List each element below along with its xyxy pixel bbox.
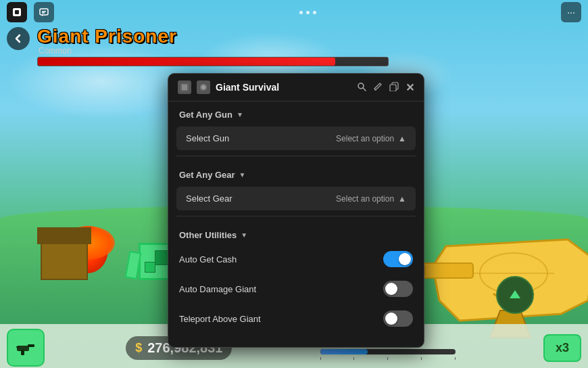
- svg-rect-21: [28, 344, 34, 347]
- select-gear-option: Select an option ▲: [336, 194, 406, 204]
- modal-logo: [178, 80, 191, 94]
- teleport-above-giant-label: Teleport Above Giant: [179, 314, 261, 324]
- select-gun-option-label: Select an option: [336, 134, 394, 143]
- wooden-structure: [41, 239, 88, 280]
- teleport-above-giant-knob: [385, 313, 397, 325]
- svg-rect-19: [390, 85, 396, 91]
- select-gear-placeholder: Select Gear: [186, 193, 232, 204]
- svg-rect-12: [182, 85, 187, 90]
- up-arrow-button[interactable]: [496, 276, 534, 314]
- select-gear-chevron-up: ▲: [398, 194, 406, 204]
- svg-line-16: [363, 88, 366, 91]
- xp-bar: [320, 349, 456, 354]
- currency-icon: $: [135, 341, 142, 355]
- three-dots-icon: ···: [567, 7, 575, 18]
- get-any-gun-label: Get Any Gun: [179, 110, 232, 120]
- select-gun-dropdown[interactable]: Select Gun Select an option ▲: [176, 127, 416, 150]
- divider-1: [176, 156, 416, 156]
- modal-panel: Giant Survival ✕: [168, 73, 424, 348]
- edit-button[interactable]: [373, 82, 383, 93]
- auto-damage-giant-toggle[interactable]: [383, 281, 413, 297]
- boss-rarity: Common: [39, 46, 520, 55]
- section-other-utilities[interactable]: Other Utilities ▼: [168, 222, 424, 244]
- multiplier-badge[interactable]: x3: [543, 334, 581, 362]
- section-get-any-gun[interactable]: Get Any Gun ▼: [168, 101, 424, 124]
- select-gear-option-label: Select an option: [336, 194, 394, 204]
- close-button[interactable]: ✕: [406, 81, 414, 94]
- other-utilities-chevron: ▼: [241, 231, 247, 239]
- divider-2: [176, 216, 416, 216]
- get-any-gun-chevron: ▼: [237, 111, 243, 118]
- teleport-above-giant-row: Teleport Above Giant: [168, 304, 424, 334]
- auto-get-cash-toggle[interactable]: [383, 251, 413, 267]
- chat-icon[interactable]: [34, 2, 54, 22]
- back-button[interactable]: [7, 27, 30, 50]
- modal-title: Giant Survival: [216, 82, 279, 93]
- auto-get-cash-knob: [399, 253, 411, 265]
- svg-rect-7: [15, 10, 19, 14]
- section-get-any-gear[interactable]: Get Any Gear ▼: [168, 162, 424, 184]
- modal-icons: ✕: [357, 81, 414, 94]
- boss-info: Giant Prisoner Common: [37, 26, 520, 66]
- select-gun-placeholder: Select Gun: [186, 133, 229, 143]
- xp-tick: [387, 357, 388, 360]
- auto-get-cash-row: Auto Get Cash: [168, 244, 424, 274]
- auto-damage-giant-knob: [385, 283, 397, 295]
- top-icons-left: [7, 2, 54, 22]
- select-gun-chevron-up: ▲: [398, 134, 406, 143]
- other-utilities-label: Other Utilities: [179, 230, 237, 240]
- xp-tick: [455, 357, 456, 360]
- svg-rect-23: [16, 346, 20, 348]
- top-right-menu[interactable]: ···: [561, 2, 581, 22]
- get-any-gear-label: Get Any Gear: [179, 170, 235, 180]
- xp-tick: [353, 357, 354, 360]
- search-button[interactable]: [357, 82, 366, 93]
- svg-rect-22: [21, 350, 24, 355]
- select-gear-dropdown[interactable]: Select Gear Select an option ▲: [176, 187, 416, 210]
- roblox-icon[interactable]: [7, 2, 27, 22]
- xp-fill: [320, 349, 368, 354]
- health-bar: [37, 57, 389, 66]
- svg-rect-1: [419, 263, 473, 278]
- gun-display: [406, 206, 588, 341]
- xp-tick: [421, 357, 422, 360]
- svg-point-14: [201, 85, 205, 89]
- top-center-dots[interactable]: [299, 11, 316, 14]
- auto-get-cash-label: Auto Get Cash: [179, 254, 237, 264]
- select-gun-option: Select an option ▲: [336, 134, 406, 143]
- get-any-gear-chevron: ▼: [239, 171, 246, 179]
- teleport-above-giant-toggle[interactable]: [383, 310, 413, 327]
- health-bar-fill: [38, 58, 335, 66]
- weapon-slot[interactable]: [7, 329, 45, 367]
- xp-ticks: [320, 356, 456, 360]
- copy-button[interactable]: [389, 82, 399, 93]
- modal-title-area: Giant Survival: [178, 80, 279, 94]
- auto-damage-giant-row: Auto Damage Giant: [168, 274, 424, 304]
- auto-damage-giant-label: Auto Damage Giant: [179, 284, 256, 294]
- xp-tick: [320, 357, 321, 360]
- boss-name: Giant Prisoner: [37, 26, 520, 47]
- modal-logo-2: [197, 80, 210, 94]
- modal-header: Giant Survival ✕: [168, 74, 424, 101]
- top-bar: ···: [0, 0, 588, 24]
